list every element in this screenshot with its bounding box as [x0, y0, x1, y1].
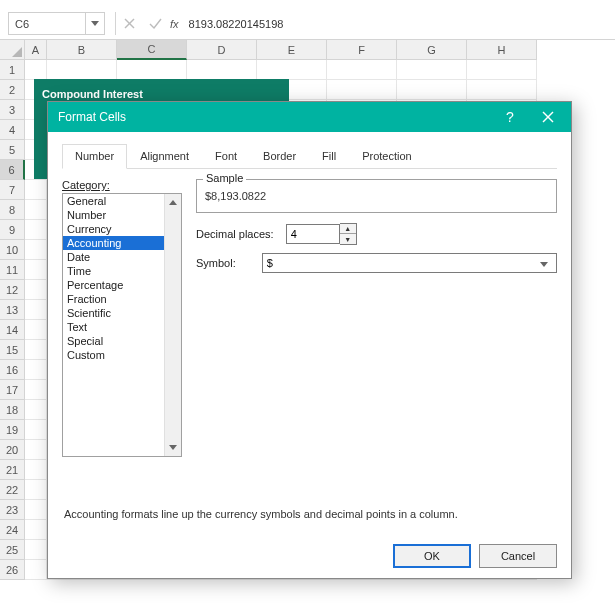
cell-A26[interactable]	[25, 560, 47, 580]
row-header-5[interactable]: 5	[0, 140, 25, 160]
cell-F1[interactable]	[327, 60, 397, 80]
tab-protection[interactable]: Protection	[349, 144, 425, 168]
col-header-A[interactable]: A	[25, 40, 47, 60]
cell-A18[interactable]	[25, 400, 47, 420]
symbol-label: Symbol:	[196, 257, 236, 269]
scroll-down-icon[interactable]	[165, 439, 182, 456]
cancel-button[interactable]: Cancel	[479, 544, 557, 568]
row-header-9[interactable]: 9	[0, 220, 25, 240]
tab-fill[interactable]: Fill	[309, 144, 349, 168]
cell-A20[interactable]	[25, 440, 47, 460]
svg-marker-8	[540, 262, 548, 267]
row-header-15[interactable]: 15	[0, 340, 25, 360]
row-header-25[interactable]: 25	[0, 540, 25, 560]
col-header-F[interactable]: F	[327, 40, 397, 60]
cell-A15[interactable]	[25, 340, 47, 360]
row-header-17[interactable]: 17	[0, 380, 25, 400]
cell-F2[interactable]	[327, 80, 397, 100]
cell-A1[interactable]	[25, 60, 47, 80]
row-header-11[interactable]: 11	[0, 260, 25, 280]
row-header-4[interactable]: 4	[0, 120, 25, 140]
cell-A8[interactable]	[25, 200, 47, 220]
help-button[interactable]: ?	[491, 102, 529, 132]
name-box[interactable]	[8, 12, 86, 35]
row-header-21[interactable]: 21	[0, 460, 25, 480]
ok-button[interactable]: OK	[393, 544, 471, 568]
row-header-8[interactable]: 8	[0, 200, 25, 220]
col-header-B[interactable]: B	[47, 40, 117, 60]
close-button[interactable]	[529, 102, 567, 132]
cell-A17[interactable]	[25, 380, 47, 400]
cell-A12[interactable]	[25, 280, 47, 300]
listbox-scrollbar[interactable]	[164, 194, 181, 456]
cell-A24[interactable]	[25, 520, 47, 540]
cell-E1[interactable]	[257, 60, 327, 80]
col-header-C[interactable]: C	[117, 40, 187, 60]
row-header-13[interactable]: 13	[0, 300, 25, 320]
tab-number[interactable]: Number	[62, 144, 127, 169]
cell-G2[interactable]	[397, 80, 467, 100]
spin-up-icon[interactable]: ▲	[340, 224, 356, 234]
row-header-16[interactable]: 16	[0, 360, 25, 380]
row-header-18[interactable]: 18	[0, 400, 25, 420]
row-header-26[interactable]: 26	[0, 560, 25, 580]
cell-A7[interactable]	[25, 180, 47, 200]
cell-D1[interactable]	[187, 60, 257, 80]
dialog-titlebar[interactable]: Format Cells ?	[48, 102, 571, 132]
row-header-3[interactable]: 3	[0, 100, 25, 120]
cell-C1[interactable]	[117, 60, 187, 80]
row-header-14[interactable]: 14	[0, 320, 25, 340]
cell-A21[interactable]	[25, 460, 47, 480]
format-cells-dialog: Format Cells ? NumberAlignmentFontBorder…	[47, 101, 572, 579]
cell-B1[interactable]	[47, 60, 117, 80]
spin-down-icon[interactable]: ▼	[340, 234, 356, 244]
cell-A10[interactable]	[25, 240, 47, 260]
banner-title: Compound Interest	[42, 88, 143, 100]
col-header-D[interactable]: D	[187, 40, 257, 60]
cell-A14[interactable]	[25, 320, 47, 340]
row-header-19[interactable]: 19	[0, 420, 25, 440]
sample-label: Sample	[203, 172, 246, 184]
row-header-10[interactable]: 10	[0, 240, 25, 260]
tab-border[interactable]: Border	[250, 144, 309, 168]
row-header-23[interactable]: 23	[0, 500, 25, 520]
cell-G1[interactable]	[397, 60, 467, 80]
decimal-places-input[interactable]	[286, 224, 340, 244]
col-header-G[interactable]: G	[397, 40, 467, 60]
row-header-20[interactable]: 20	[0, 440, 25, 460]
tab-font[interactable]: Font	[202, 144, 250, 168]
cell-A16[interactable]	[25, 360, 47, 380]
cell-A22[interactable]	[25, 480, 47, 500]
scroll-up-icon[interactable]	[165, 194, 182, 211]
category-listbox[interactable]: GeneralNumberCurrencyAccountingDateTimeP…	[62, 193, 182, 457]
cell-A25[interactable]	[25, 540, 47, 560]
svg-marker-7	[169, 445, 177, 450]
cell-H1[interactable]	[467, 60, 537, 80]
format-description: Accounting formats line up the currency …	[64, 508, 555, 520]
name-box-dropdown[interactable]	[86, 12, 105, 35]
row-header-7[interactable]: 7	[0, 180, 25, 200]
row-header-6[interactable]: 6	[0, 160, 25, 180]
cell-A13[interactable]	[25, 300, 47, 320]
col-header-E[interactable]: E	[257, 40, 327, 60]
sample-box: Sample $8,193.0822	[196, 179, 557, 213]
fx-icon[interactable]: fx	[170, 18, 179, 30]
cell-A23[interactable]	[25, 500, 47, 520]
row-header-22[interactable]: 22	[0, 480, 25, 500]
select-all-corner[interactable]	[0, 40, 25, 60]
row-header-2[interactable]: 2	[0, 80, 25, 100]
row-header-1[interactable]: 1	[0, 60, 25, 80]
symbol-select[interactable]: $	[262, 253, 557, 273]
row-header-12[interactable]: 12	[0, 280, 25, 300]
sheet-banner-side	[34, 109, 47, 179]
cell-A9[interactable]	[25, 220, 47, 240]
tab-alignment[interactable]: Alignment	[127, 144, 202, 168]
decimal-spinner[interactable]: ▲ ▼	[340, 223, 357, 245]
svg-marker-0	[91, 21, 99, 26]
col-header-H[interactable]: H	[467, 40, 537, 60]
cell-A11[interactable]	[25, 260, 47, 280]
formula-value[interactable]: 8193.08220145198	[189, 18, 284, 30]
cell-H2[interactable]	[467, 80, 537, 100]
cell-A19[interactable]	[25, 420, 47, 440]
row-header-24[interactable]: 24	[0, 520, 25, 540]
